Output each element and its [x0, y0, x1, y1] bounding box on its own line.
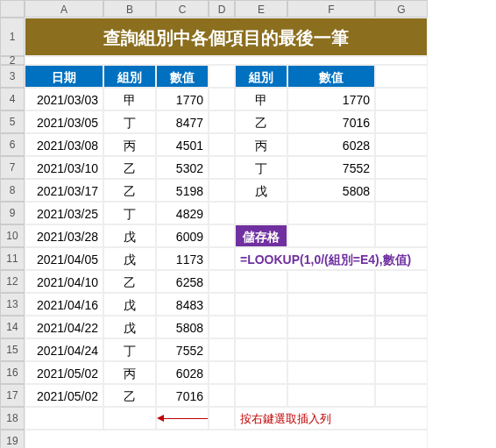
row-header[interactable]: 17 [0, 384, 25, 407]
empty[interactable] [375, 316, 428, 338]
row-header[interactable]: 3 [0, 65, 25, 88]
empty[interactable] [287, 338, 375, 361]
cell-value[interactable]: 4501 [156, 133, 209, 156]
empty[interactable] [209, 407, 235, 430]
empty[interactable] [375, 270, 428, 293]
empty[interactable] [287, 293, 375, 316]
empty[interactable] [235, 316, 287, 338]
cell-group[interactable]: 戊 [103, 293, 156, 316]
cell-date[interactable]: 2021/03/28 [25, 224, 103, 247]
empty[interactable] [375, 338, 428, 361]
result-group[interactable]: 丙 [235, 133, 287, 156]
row-header[interactable]: 7 [0, 156, 25, 179]
empty[interactable] [375, 202, 428, 224]
cell-group[interactable]: 乙 [103, 384, 156, 407]
row-header[interactable]: 18 [0, 407, 25, 430]
col-header[interactable]: B [103, 0, 156, 18]
cell-group[interactable]: 丁 [103, 338, 156, 361]
cell-group[interactable]: 戊 [103, 316, 156, 338]
col-header[interactable]: D [209, 0, 235, 18]
empty[interactable] [287, 361, 375, 384]
cell-group[interactable]: 戊 [103, 247, 156, 270]
empty[interactable] [209, 361, 235, 384]
cell-value[interactable]: 5808 [156, 316, 209, 338]
row-header[interactable]: 15 [0, 338, 25, 361]
result-value[interactable]: 5808 [287, 179, 375, 202]
cell-date[interactable]: 2021/04/05 [25, 247, 103, 270]
row-header[interactable]: 13 [0, 293, 25, 316]
empty[interactable] [235, 338, 287, 361]
col-header[interactable]: F [287, 0, 375, 18]
cell-group[interactable]: 丙 [103, 361, 156, 384]
cell-date[interactable]: 2021/03/10 [25, 156, 103, 179]
row-header[interactable]: 10 [0, 224, 25, 247]
empty[interactable] [287, 270, 375, 293]
empty[interactable] [375, 88, 428, 110]
cell-group[interactable]: 丙 [103, 133, 156, 156]
empty[interactable] [375, 110, 428, 133]
empty[interactable] [375, 179, 428, 202]
cell-value[interactable]: 6009 [156, 224, 209, 247]
empty[interactable] [235, 202, 287, 224]
row-header[interactable]: 19 [0, 430, 25, 448]
empty[interactable] [235, 361, 287, 384]
empty[interactable] [25, 407, 103, 430]
row-header[interactable]: 1 [0, 18, 25, 56]
empty[interactable] [209, 88, 235, 110]
empty[interactable] [103, 407, 156, 430]
col-header[interactable]: E [235, 0, 287, 18]
empty[interactable] [209, 133, 235, 156]
row-header[interactable]: 11 [0, 247, 25, 270]
cell-value[interactable]: 7016 [156, 384, 209, 407]
result-value[interactable]: 7016 [287, 110, 375, 133]
empty[interactable] [375, 384, 428, 407]
cell-date[interactable]: 2021/04/24 [25, 338, 103, 361]
cell-date[interactable]: 2021/03/05 [25, 110, 103, 133]
empty[interactable] [375, 293, 428, 316]
cell-group[interactable]: 乙 [103, 270, 156, 293]
cell-group[interactable]: 丁 [103, 110, 156, 133]
empty[interactable] [235, 270, 287, 293]
cell-value[interactable]: 4829 [156, 202, 209, 224]
cell-date[interactable]: 2021/05/02 [25, 384, 103, 407]
row-header[interactable]: 16 [0, 361, 25, 384]
cell-value[interactable]: 7552 [156, 338, 209, 361]
cell-group[interactable]: 戊 [103, 224, 156, 247]
empty[interactable] [375, 133, 428, 156]
row-header[interactable]: 14 [0, 316, 25, 338]
cell-group[interactable]: 乙 [103, 179, 156, 202]
empty[interactable] [209, 156, 235, 179]
cell-date[interactable]: 2021/04/10 [25, 270, 103, 293]
cell-date[interactable]: 2021/03/03 [25, 88, 103, 110]
result-value[interactable]: 6028 [287, 133, 375, 156]
result-group[interactable]: 乙 [235, 110, 287, 133]
corner[interactable] [0, 0, 25, 18]
cell-date[interactable]: 2021/04/22 [25, 316, 103, 338]
empty[interactable] [287, 316, 375, 338]
empty[interactable] [209, 384, 235, 407]
empty[interactable] [287, 384, 375, 407]
empty[interactable] [375, 361, 428, 384]
row-header[interactable]: 8 [0, 179, 25, 202]
cell-value[interactable]: 1173 [156, 247, 209, 270]
cell-date[interactable]: 2021/03/25 [25, 202, 103, 224]
empty[interactable] [209, 293, 235, 316]
empty[interactable] [209, 224, 235, 247]
col-header[interactable]: A [25, 0, 103, 18]
result-group[interactable]: 戊 [235, 179, 287, 202]
cell-value[interactable]: 6028 [156, 361, 209, 384]
cell-value[interactable]: 5302 [156, 156, 209, 179]
row-header[interactable]: 9 [0, 202, 25, 224]
cell-date[interactable]: 2021/05/02 [25, 361, 103, 384]
cell-group[interactable]: 乙 [103, 156, 156, 179]
cell-group[interactable]: 甲 [103, 88, 156, 110]
cell-group[interactable]: 丁 [103, 202, 156, 224]
cell-date[interactable]: 2021/03/17 [25, 179, 103, 202]
cell-value[interactable]: 6258 [156, 270, 209, 293]
cell-value[interactable]: 8477 [156, 110, 209, 133]
row-header[interactable]: 2 [0, 56, 25, 65]
empty[interactable] [209, 270, 235, 293]
cell-value[interactable]: 8483 [156, 293, 209, 316]
empty[interactable] [209, 110, 235, 133]
empty[interactable] [209, 338, 235, 361]
